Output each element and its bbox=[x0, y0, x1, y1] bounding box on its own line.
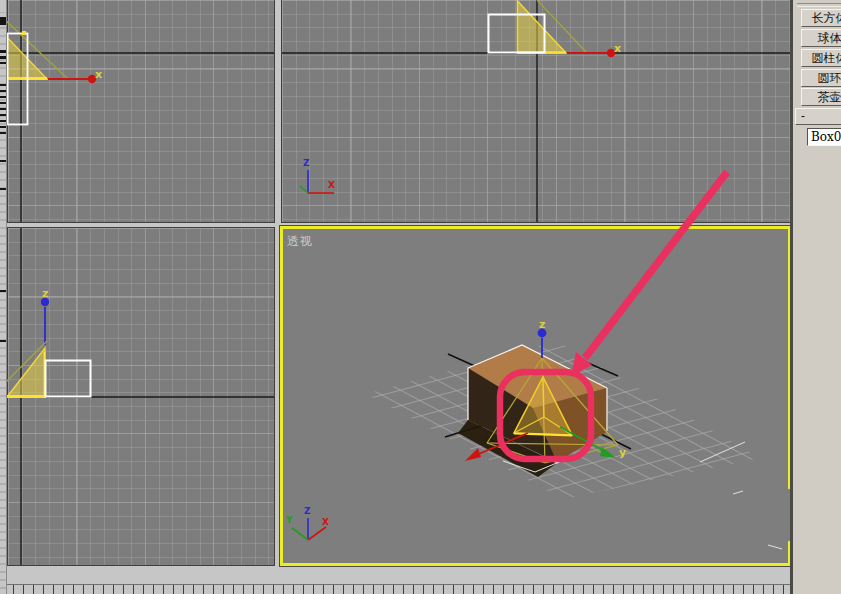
create-sphere-button[interactable]: 球体 bbox=[801, 29, 841, 47]
create-box-button[interactable]: 长方体 bbox=[801, 9, 841, 27]
rollout-header[interactable]: - bbox=[795, 108, 841, 125]
viewport-left[interactable] bbox=[7, 227, 275, 566]
viewport-perspective-active[interactable] bbox=[280, 226, 791, 566]
object-name-input[interactable]: Box01 bbox=[807, 128, 841, 146]
axis-label-x: x bbox=[95, 69, 102, 80]
axis-icon-label-x: X bbox=[322, 518, 329, 527]
viewport-front[interactable] bbox=[281, 0, 791, 223]
axis-label-z: z bbox=[42, 288, 48, 299]
viewport-top[interactable] bbox=[7, 0, 275, 223]
axis-icon-label-y: Y bbox=[286, 516, 293, 525]
max-application-window: 透视 bbox=[0, 0, 841, 594]
axis-label-z: z bbox=[539, 319, 545, 330]
create-teapot-button[interactable]: 茶壶 bbox=[801, 88, 841, 106]
axis-label-y: y bbox=[619, 447, 626, 458]
left-edge-strip bbox=[0, 0, 7, 594]
create-torus-button[interactable]: 圆环 bbox=[801, 69, 841, 87]
axis-label-x: x bbox=[614, 43, 621, 54]
axis-icon-label-z: Z bbox=[304, 507, 311, 516]
axis-icon-label-x: X bbox=[328, 181, 335, 190]
panel-groove bbox=[797, 3, 841, 7]
viewport-label-perspective: 透视 bbox=[287, 233, 313, 250]
create-cylinder-button[interactable]: 圆柱体 bbox=[801, 49, 841, 67]
track-bar-ruler[interactable] bbox=[0, 584, 791, 594]
axis-icon-label-z: Z bbox=[303, 159, 310, 168]
